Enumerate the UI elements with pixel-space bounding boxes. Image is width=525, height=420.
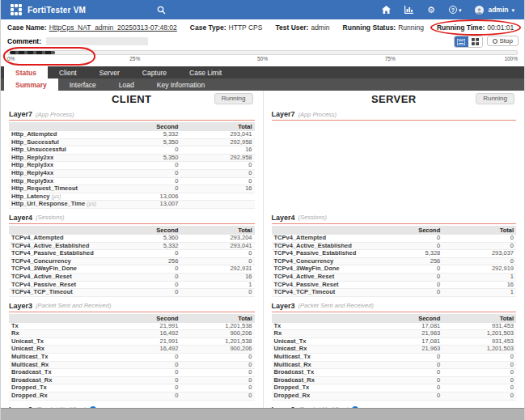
metric-label: Http_Successful	[9, 138, 117, 146]
metric-label: Rx	[272, 330, 379, 338]
metric-label: Http_Latency (µs)	[9, 193, 117, 201]
metric-label: Http_Request_Timeout	[9, 185, 117, 193]
metric-total: 0	[180, 250, 254, 258]
panel-title-server: SERVER	[371, 93, 417, 105]
metric-total: 293,037	[442, 250, 516, 258]
tab-key-information[interactable]: Key Information	[146, 78, 217, 91]
metric-total: 0	[180, 369, 254, 377]
table-row: Http_Reply2xx5,350292,958	[9, 154, 255, 162]
metric-total: 0	[180, 392, 254, 401]
fortitester-page: FortiTester VM ⚙ ? ▾ admin ▾	[0, 0, 525, 420]
metric-total: 1,201,503	[442, 346, 516, 354]
metrics-table: SecondTotalTx17,081931,453Rx21,9631,201,…	[272, 314, 517, 401]
tab-summary[interactable]: Summary	[4, 78, 58, 91]
metric-unit: (µs)	[52, 193, 61, 199]
field-label: Running Status:	[343, 23, 396, 32]
table-row: Rx16,492900,206	[9, 330, 255, 338]
comment-value-box[interactable]	[46, 37, 148, 45]
list-view-button[interactable]	[455, 36, 468, 47]
metric-total: 292,958	[180, 154, 254, 162]
section-subtitle: (App Process)	[298, 111, 337, 118]
table-row: TCPv4_TCP_Timeout00	[9, 289, 255, 297]
table-row: Unicast_Tx17,081931,453	[272, 337, 517, 346]
metric-label: Unicast_Tx	[272, 337, 379, 346]
metric-total: 0	[442, 376, 516, 384]
table-row: Http_Unsuccessful016	[9, 146, 255, 155]
help-icon: ?	[449, 6, 457, 14]
search-icon[interactable]	[157, 6, 166, 15]
metric-total: 292,919	[442, 265, 516, 274]
chart-icon[interactable]	[404, 6, 413, 14]
table-row: Tx21,9911,201,538	[9, 323, 255, 330]
metric-second: 0	[379, 384, 443, 392]
section-title: Layer4(Sessions)	[9, 212, 255, 224]
metric-label: TCPv4_Attempted	[272, 235, 379, 242]
metric-label: TCPv4_Passive_Established	[9, 250, 117, 258]
metric-label: Broadcast_Tx	[9, 369, 117, 377]
table-row: TCPv4_Active_Reset01	[272, 273, 517, 281]
metric-label: Dropped_Rx	[9, 392, 117, 401]
metric-total: 1	[180, 281, 254, 289]
gear-icon[interactable]: ⚙	[427, 5, 435, 15]
column-header-empty	[272, 314, 379, 323]
primary-tabs: StatusClientServerCaptureCase Limit	[1, 66, 524, 78]
field-value[interactable]: HttpCps_NAT_admin_20250313-07:48:02	[49, 23, 177, 32]
column-header-second: Second	[379, 226, 443, 235]
tab-client[interactable]: Client	[48, 66, 88, 78]
field-label: Test User:	[275, 23, 308, 32]
tab-status[interactable]: Status	[4, 66, 48, 78]
progress-redacted-label	[10, 51, 55, 54]
progress-tick: 50%	[257, 56, 268, 62]
table-row: Broadcast_Tx00	[9, 369, 255, 377]
home-icon[interactable]	[382, 6, 391, 14]
table-row: TCPv4_Active_Established5,332293,041	[9, 242, 255, 250]
metric-total: 16	[442, 281, 516, 289]
section-layer3-client: Layer3(Packet Sent and Received)SecondTo…	[1, 299, 263, 403]
status-badge-client[interactable]: Running	[214, 93, 253, 104]
section-subtitle: (Sessions)	[36, 214, 64, 221]
metric-second: 0	[379, 354, 443, 362]
table-row: Multicast_Tx00	[272, 354, 517, 362]
tab-interface[interactable]: Interface	[58, 78, 108, 91]
metric-total: 16	[180, 273, 254, 281]
metric-second: 0	[117, 265, 181, 274]
metric-total: 900,206	[180, 346, 254, 354]
tab-capture[interactable]: Capture	[131, 66, 178, 78]
table-row: Dropped_Rx00	[9, 392, 255, 401]
case-field-test-user: Test User:admin	[275, 23, 329, 32]
metric-label: TCPv4_Concurrency	[272, 257, 379, 265]
table-row: TCPv4_3WayFin_Done0292,919	[272, 265, 517, 274]
metric-total: 900,206	[180, 330, 254, 338]
tab-load[interactable]: Load	[108, 78, 146, 91]
user-menu[interactable]: admin ▾	[475, 6, 514, 15]
field-value: Running	[398, 23, 424, 32]
section-layer7-client: Layer7(App Process)SecondTotalHttp_Attem…	[1, 108, 263, 211]
panel-title-client: CLIENT	[112, 93, 151, 105]
section-subtitle: (Packet Sent and Received)	[298, 302, 374, 309]
table-row: Http_Reply4xx00	[9, 169, 255, 177]
page-bottom-strip	[1, 408, 524, 420]
tab-case-limit[interactable]: Case Limit	[178, 66, 233, 78]
metric-label: Dropped_Rx	[272, 392, 379, 401]
fortinet-logo-icon[interactable]	[11, 4, 22, 15]
field-label: Case Type:	[190, 23, 227, 32]
metric-label: TCPv4_Active_Established	[9, 242, 117, 250]
status-badge-server[interactable]: Running	[476, 93, 514, 104]
table-row: TCPv4_3WayFin_Done0292,931	[9, 265, 255, 274]
metric-second: 0	[117, 250, 181, 258]
tab-server[interactable]: Server	[88, 66, 131, 78]
table-row: Multicast_Tx00	[9, 354, 255, 362]
metric-label: TCPv4_3WayFin_Done	[9, 265, 117, 274]
metric-second: 0	[117, 392, 181, 401]
stop-button[interactable]: Stop	[487, 36, 519, 46]
grid-view-button[interactable]	[468, 36, 482, 47]
table-row: TCPv4_Active_Established00	[272, 242, 517, 250]
metric-second: 5,350	[117, 154, 181, 162]
help-menu[interactable]: ? ▾	[449, 6, 462, 14]
progress-tick: 0%	[7, 56, 15, 62]
metric-second: 256	[117, 257, 181, 265]
metric-second: 0	[117, 162, 181, 170]
metric-second: 256	[379, 257, 443, 265]
metric-label: Broadcast_Rx	[9, 376, 117, 384]
chevron-down-icon: ▾	[459, 7, 462, 13]
